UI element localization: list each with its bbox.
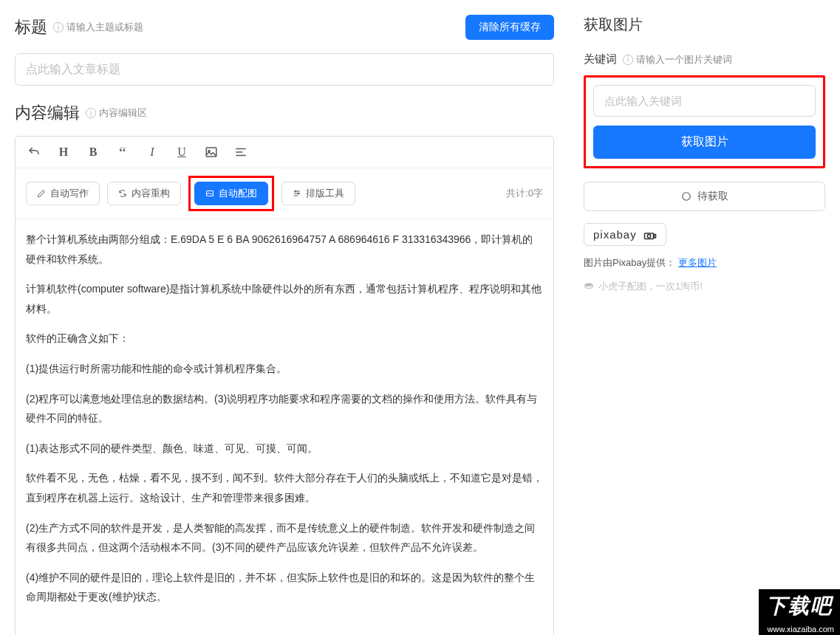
editor-container: H B “ I U 自动写作 内容重构 自动配图: [15, 136, 554, 635]
watermark-text: 下载吧: [759, 589, 840, 623]
paragraph: 计算机软件(computer software)是指计算机系统中除硬件以外的所有…: [26, 279, 543, 318]
keyword-input[interactable]: [593, 85, 816, 117]
paragraph: (1)提供运行时所需功能和性能的命令或计算机程序集合。: [26, 359, 543, 379]
title-hint: i 请输入主题或标题: [53, 21, 143, 34]
provider-line: 图片由Pixabay提供： 更多图片: [584, 256, 825, 270]
circle-icon: [681, 191, 692, 202]
title-header-row: 标题 i 请输入主题或标题 清除所有缓存: [15, 15, 554, 40]
title-hint-text: 请输入主题或标题: [66, 21, 143, 34]
paragraph: (4)维护不同的硬件是旧的，理论上软件是旧的，并不坏，但实际上软件也是旧的和坏的…: [26, 568, 543, 607]
align-icon[interactable]: [233, 144, 249, 160]
italic-icon[interactable]: I: [144, 144, 160, 160]
btn-label: 内容重构: [132, 187, 170, 200]
more-images-link[interactable]: 更多图片: [678, 257, 717, 268]
btn-label: 自动写作: [50, 187, 89, 200]
bold-icon[interactable]: B: [85, 144, 101, 160]
paragraph: 软件的正确含义如下：: [26, 329, 543, 349]
keyword-label-row: 关键词 i 请输入一个图片关键词: [584, 52, 825, 66]
btn-label: 排版工具: [306, 187, 344, 200]
svg-point-13: [647, 235, 651, 238]
image-icon[interactable]: [203, 144, 219, 160]
info-icon: i: [623, 55, 633, 65]
auto-write-button[interactable]: 自动写作: [26, 182, 100, 205]
main-column: 标题 i 请输入主题或标题 清除所有缓存 内容编辑 i 内容编辑区 H B “ …: [0, 0, 569, 635]
content-hint: i 内容编辑区: [86, 106, 147, 120]
keyword-label: 关键词: [584, 52, 617, 66]
footer-text: 小虎子配图，一次1淘币!: [598, 280, 703, 293]
info-icon: i: [86, 108, 96, 118]
clear-cache-button[interactable]: 清除所有缓存: [465, 15, 554, 40]
restructure-button[interactable]: 内容重构: [107, 182, 181, 205]
heading-icon[interactable]: H: [55, 144, 72, 160]
camera-icon: [643, 231, 657, 240]
paragraph: (1)表达形式不同的硬件类型、颜色、味道、可见、可摸、可闻。: [26, 439, 543, 459]
auto-image-button[interactable]: 自动配图: [194, 182, 268, 205]
pending-label: 待获取: [697, 190, 728, 203]
content-hint-text: 内容编辑区: [99, 106, 147, 120]
content-section-label: 内容编辑 i 内容编辑区: [15, 102, 554, 124]
content-area[interactable]: 整个计算机系统由两部分组成：E.69DA 5 E 6 BA 9062616964…: [16, 219, 553, 635]
footer-hint: 小虎子配图，一次1淘币!: [584, 280, 825, 293]
word-count: 共计:0字: [506, 187, 543, 200]
sidebar: 获取图片 关键词 i 请输入一个图片关键词 获取图片 待获取 pixabay 图…: [569, 0, 840, 635]
pixabay-badge: pixabay: [584, 223, 666, 246]
layout-tool-button[interactable]: 排版工具: [281, 182, 355, 205]
format-toolbar: H B “ I U: [16, 137, 553, 168]
keyword-hint: i 请输入一个图片关键词: [623, 53, 732, 66]
btn-label: 自动配图: [219, 187, 257, 200]
info-icon: i: [53, 22, 64, 32]
fetch-image-button[interactable]: 获取图片: [593, 126, 816, 159]
paragraph: (2)生产方式不同的软件是开发，是人类智能的高发挥，而不是传统意义上的硬件制造。…: [26, 518, 543, 557]
coin-icon: [584, 281, 594, 292]
ai-toolbar: 自动写作 内容重构 自动配图 排版工具 共计:0字: [16, 168, 553, 219]
keyword-highlight-box: 获取图片: [584, 75, 825, 168]
undo-icon[interactable]: [26, 144, 42, 160]
paragraph: (2)程序可以满意地处理信息的数据结构。(3)说明程序功能要求和程序需要的文档的…: [26, 389, 543, 428]
sidebar-title: 获取图片: [584, 15, 825, 35]
watermark-url: www.xiazaiba.com: [759, 623, 840, 635]
title-section-label: 标题 i 请输入主题或标题: [15, 16, 143, 38]
paragraph: 软件看不见，无色，枯燥，看不见，摸不到，闻不到。软件大部分存在于人们的头脑或纸上…: [26, 468, 543, 507]
quote-icon[interactable]: “: [115, 144, 131, 160]
paragraph: 整个计算机系统由两部分组成：E.69DA 5 E 6 BA 9062616964…: [26, 230, 543, 269]
content-label-text: 内容编辑: [15, 102, 80, 124]
pixabay-text: pixabay: [593, 228, 637, 241]
keyword-hint-text: 请输入一个图片关键词: [636, 53, 732, 66]
svg-rect-14: [654, 235, 655, 238]
article-title-input[interactable]: [15, 53, 554, 86]
underline-icon[interactable]: U: [174, 144, 190, 160]
provider-text: 图片由Pixabay提供：: [584, 257, 675, 268]
watermark: 下载吧 www.xiazaiba.com: [759, 589, 840, 635]
pending-button[interactable]: 待获取: [584, 182, 825, 211]
svg-point-15: [585, 283, 593, 286]
title-label-text: 标题: [15, 16, 47, 38]
svg-point-11: [682, 193, 690, 201]
